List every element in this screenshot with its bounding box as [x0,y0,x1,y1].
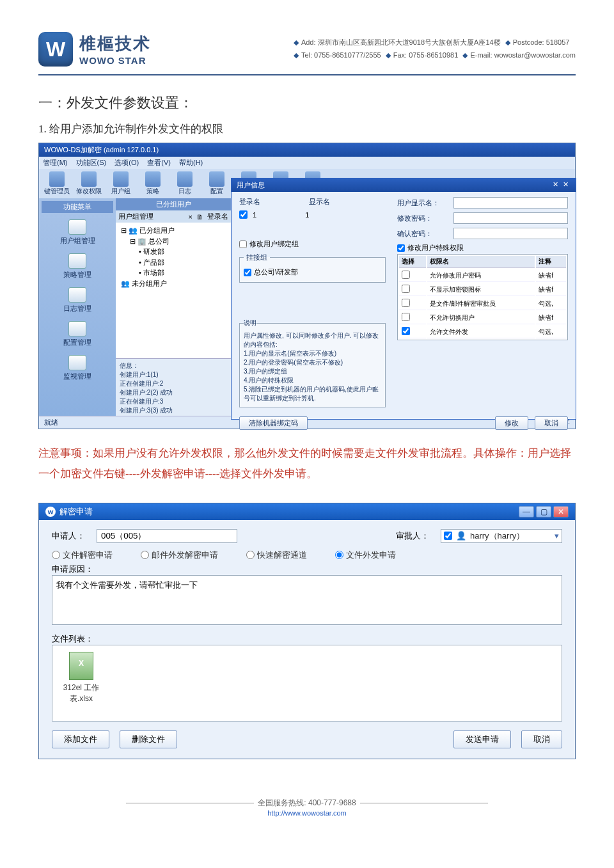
toolbar-icon [177,171,193,187]
reviewer-select[interactable]: 👤 harry（harry） ▾ [441,529,562,543]
desc-line: 4.用户的特殊权限 [244,376,381,385]
toolbar-label: 策略 [146,187,159,196]
toolbar-item[interactable]: 修改权限 [75,171,103,196]
toolbar-icon [113,171,129,187]
sidebar-item[interactable]: 日志管理 [42,283,113,317]
tree-node[interactable]: 研发部 [143,248,164,255]
tree-node[interactable]: 市场部 [143,269,164,276]
modify-perm-checkbox[interactable] [397,244,405,252]
sidebar-item[interactable]: 配置管理 [42,317,113,351]
user-tree[interactable]: ⊟ 👥 已分组用户 ⊟ 🏢 总公司 • 研发部 • 产品部 • 市场部 👥 未分… [116,223,231,358]
menu-item[interactable]: 查看(V) [147,159,171,166]
password-input[interactable] [453,212,568,224]
sidebar-item[interactable]: 策略管理 [42,249,113,283]
radio-file-decrypt[interactable]: 文件解密申请 [52,549,113,561]
send-request-button[interactable]: 发送申请 [453,730,511,748]
footer-url[interactable]: http://www.wowostar.com [267,809,347,817]
bind-group-value: 总公司\研发部 [254,267,298,277]
toolbar-icon [209,171,224,187]
close-icon[interactable]: ✕ [553,506,569,517]
center-tab[interactable]: 用户组管理 [118,212,154,221]
perm-row[interactable]: 是文件/邮件解密审批员勾选, [399,297,566,310]
admin-right: 用户信息 ✕ ✕ 登录名 显示名 [231,198,575,416]
perm-table: 选择 权限名 注释 允许修改用户密码缺省f 不显示加密锁图标缺省f 是文件/邮件… [397,254,568,340]
close-icon[interactable]: ✕ [560,180,571,190]
admin-center: 已分组用户 用户组管理 × 🗎 登录名 ⊟ 👥 已分组用户 ⊟ 🏢 总公司 • … [116,198,231,416]
toolbar-item[interactable]: 键管理员 [43,171,71,196]
modify-button[interactable]: 修改 [495,416,528,430]
dialog-titlebar: 用户信息 ✕ ✕ [232,178,576,192]
perm-row[interactable]: 允许修改用户密码缺省f [399,269,566,282]
radio-mail-decrypt[interactable]: 邮件外发解密申请 [141,549,218,561]
fax-value: 0755-86510981 [409,51,458,59]
clear-bind-button[interactable]: 清除机器绑定码 [239,416,308,430]
cancel-button[interactable]: 取消 [521,730,562,748]
reason-textarea[interactable] [52,575,562,625]
tree-node[interactable]: 总公司 [148,237,169,245]
row-checkbox[interactable] [239,210,248,219]
msg-line: 创建用户:1(1) [120,370,227,379]
perm-note: 缺省f [536,269,566,282]
maximize-icon[interactable]: ▢ [536,506,551,517]
addr-value: 深圳市南山区高新园北环大道9018号大族创新大厦A座14楼 [318,38,501,46]
file-item[interactable]: 312el 工作表.xlsx [59,652,104,704]
fax-label: Fax: [393,51,407,59]
admin-window: WOWO-DS加解密 (admin 127.0.0.1) 管理(M) 功能区(S… [38,143,576,429]
password2-input[interactable] [453,228,568,239]
perm-checkbox[interactable] [402,299,410,307]
perm-checkbox[interactable] [402,313,410,321]
password-label: 修改密码： [397,214,448,223]
file-list[interactable]: 312el 工作表.xlsx [52,645,562,722]
toolbar-item[interactable]: 日志 [171,171,199,196]
item-1: 1. 给用户添加允许制作外发文件的权限 [38,122,576,136]
modify-perm-label: 修改用户特殊权限 [407,243,464,253]
reason-label: 申请原因： [52,564,562,575]
dialog-title-text: 用户信息 [237,180,265,190]
close-icon[interactable]: ✕ [550,180,560,190]
doc-icon: 🗎 [196,213,203,221]
perm-checkbox[interactable] [402,285,410,293]
sidebar-item[interactable]: 用户组管理 [42,216,113,249]
radio-quick-decrypt[interactable]: 快速解密通道 [246,549,307,561]
cancel-button[interactable]: 取消 [535,416,568,430]
display-value: 1 [305,211,309,219]
perm-row[interactable]: 不允许切换用户缺省f [399,312,566,324]
admin-title-text: WOWO-DS加解密 (admin 127.0.0.1) [44,145,159,155]
tree-node[interactable]: 已分组用户 [139,226,175,234]
toolbar-item[interactable]: 用户组 [107,171,135,196]
delete-file-button[interactable]: 删除文件 [120,730,177,748]
bind-group-box: 挂接组 总公司\研发部 [239,253,386,283]
bind-group-checkbox[interactable] [244,269,251,276]
menu-item[interactable]: 帮助(H) [179,159,203,166]
contact-block: ◆Add: 深圳市南山区高新园北环大道9018号大族创新大厦A座14楼 ◆Pos… [291,36,576,62]
minimize-icon[interactable]: — [519,506,534,517]
toolbar-item[interactable]: 策略 [139,171,167,196]
add-file-button[interactable]: 添加文件 [52,730,109,748]
disp-name-input[interactable] [453,197,568,209]
msg-line: 正在创建用户:2 [120,379,227,388]
sidebar-item[interactable]: 监视管理 [42,351,113,385]
perm-checkbox[interactable] [402,271,410,279]
modify-bind-checkbox[interactable] [239,241,247,248]
tree-node[interactable]: 产品部 [143,258,164,266]
toolbar-label: 键管理员 [44,187,70,196]
request-title-text: 解密申请 [59,506,93,517]
close-icon[interactable]: × [189,213,193,221]
request-dialog: w 解密申请 — ▢ ✕ 申请人： 审批人： 👤 harry（harry） ▾ [38,503,576,759]
postcode-value: 518057 [546,38,570,46]
tree-node[interactable]: 未分组用户 [132,280,167,287]
postcode-label: Postcode: [513,38,544,46]
reviewer-checkbox[interactable] [444,532,452,540]
radio-label: 快速解密通道 [257,549,307,561]
sidebar-label: 策略管理 [63,271,91,278]
toolbar-item[interactable]: 配置 [203,171,231,196]
perm-row[interactable]: 允许文件外发勾选, [399,326,566,338]
menu-item[interactable]: 选项(O) [114,159,139,166]
menu-item[interactable]: 功能区(S) [76,159,107,166]
menu-item[interactable]: 管理(M) [43,159,68,166]
perm-row[interactable]: 不显示加密锁图标缺省f [399,283,566,296]
radio-file-outgoing[interactable]: 文件外发申请 [335,549,396,561]
applicant-input[interactable] [97,529,237,543]
perm-checkbox[interactable] [402,327,410,335]
perm-col-note: 注释 [536,256,566,268]
